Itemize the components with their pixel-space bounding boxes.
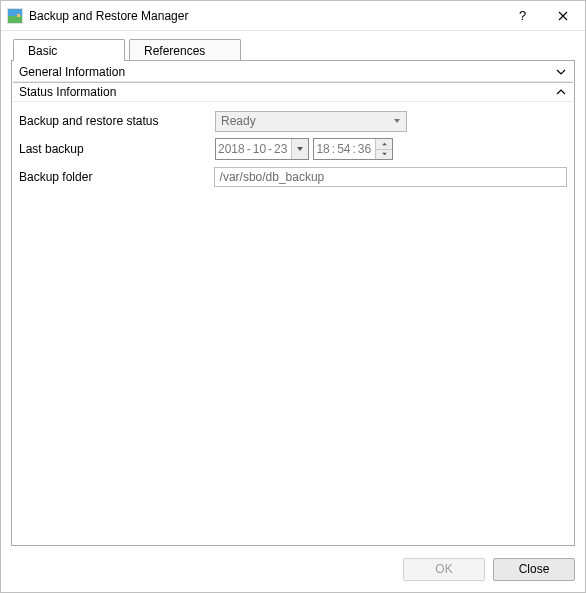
close-icon xyxy=(558,11,568,21)
svg-rect-3 xyxy=(17,14,20,17)
date-day: 23 xyxy=(272,142,289,156)
last-backup-date-picker[interactable]: 2018 - 10 - 23 xyxy=(215,138,309,160)
chevron-up-icon xyxy=(555,86,567,98)
last-backup-time-picker[interactable]: 18 : 54 : 36 xyxy=(313,138,393,160)
tab-references-label: References xyxy=(144,44,205,58)
window-close-button[interactable] xyxy=(540,1,585,30)
date-year: 2018 xyxy=(216,142,247,156)
window-title: Backup and Restore Manager xyxy=(29,9,505,23)
close-button-label: Close xyxy=(519,562,550,576)
titlebar: Backup and Restore Manager ? xyxy=(1,1,585,31)
date-picker-button[interactable] xyxy=(291,139,308,159)
ok-button: OK xyxy=(403,558,485,581)
row-last-backup: Last backup 2018 - 10 - 23 xyxy=(19,136,567,162)
label-folder: Backup folder xyxy=(19,170,214,184)
section-status-title: Status Information xyxy=(19,85,116,99)
tab-panel-basic: General Information Status Information B… xyxy=(11,60,575,546)
tab-references[interactable]: References xyxy=(129,39,241,61)
section-general-title: General Information xyxy=(19,65,125,79)
tab-basic[interactable]: Basic xyxy=(13,39,125,61)
dialog-footer: OK Close xyxy=(1,546,585,592)
section-general-header[interactable]: General Information xyxy=(13,62,573,82)
ok-button-label: OK xyxy=(435,562,452,576)
triangle-up-icon xyxy=(381,142,388,146)
time-minute: 54 xyxy=(335,142,352,156)
status-value: Ready xyxy=(221,114,256,128)
triangle-down-icon xyxy=(381,152,388,156)
time-spinner[interactable] xyxy=(375,139,392,159)
backup-folder-value: /var/sbo/db_backup xyxy=(220,170,325,184)
chevron-down-icon xyxy=(555,66,567,78)
status-dropdown[interactable]: Ready xyxy=(215,111,407,132)
time-hour: 18 xyxy=(314,142,331,156)
tab-bar: Basic References xyxy=(11,39,575,61)
spin-down-button[interactable] xyxy=(376,149,392,160)
time-second: 36 xyxy=(356,142,373,156)
close-button[interactable]: Close xyxy=(493,558,575,581)
backup-folder-field[interactable]: /var/sbo/db_backup xyxy=(214,167,567,187)
caret-down-icon xyxy=(393,117,401,125)
label-last-backup: Last backup xyxy=(19,142,215,156)
spin-up-button[interactable] xyxy=(376,139,392,149)
caret-down-icon xyxy=(296,145,304,153)
svg-rect-2 xyxy=(8,16,22,23)
dialog-window: Backup and Restore Manager ? Basic Refer… xyxy=(0,0,586,593)
row-status: Backup and restore status Ready xyxy=(19,108,567,134)
tab-basic-label: Basic xyxy=(28,44,57,58)
help-button[interactable]: ? xyxy=(505,1,540,30)
app-icon xyxy=(7,8,23,24)
help-icon: ? xyxy=(519,8,526,23)
section-status-body: Backup and restore status Ready Last bac… xyxy=(13,102,573,192)
row-folder: Backup folder /var/sbo/db_backup xyxy=(19,164,567,190)
label-status: Backup and restore status xyxy=(19,114,215,128)
date-month: 10 xyxy=(251,142,268,156)
client-area: Basic References General Information Sta… xyxy=(1,31,585,546)
dropdown-button[interactable] xyxy=(388,113,405,130)
section-status-header[interactable]: Status Information xyxy=(13,82,573,102)
